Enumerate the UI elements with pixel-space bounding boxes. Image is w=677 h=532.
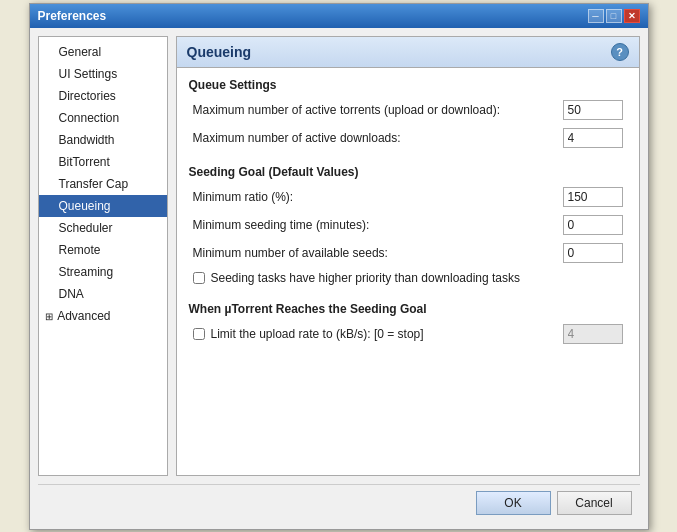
help-button[interactable]: ?: [611, 43, 629, 61]
max-active-downloads-row: Maximum number of active downloads:: [189, 128, 627, 148]
sidebar-item-ui-settings[interactable]: UI Settings: [39, 63, 167, 85]
title-bar: Preferences ─ □ ✕: [30, 4, 648, 28]
content-panel: Queueing ? Queue Settings Maximum number…: [176, 36, 640, 476]
minimize-button[interactable]: ─: [588, 9, 604, 23]
content-body: Queue Settings Maximum number of active …: [177, 68, 639, 362]
max-active-torrents-row: Maximum number of active torrents (uploa…: [189, 100, 627, 120]
window-body: General UI Settings Directories Connecti…: [30, 28, 648, 529]
sidebar-item-bittorrent[interactable]: BitTorrent: [39, 151, 167, 173]
higher-priority-label: Seeding tasks have higher priority than …: [211, 271, 521, 285]
max-active-torrents-input[interactable]: [563, 100, 623, 120]
window-title: Preferences: [38, 9, 107, 23]
seeding-reached-title: When µTorrent Reaches the Seeding Goal: [189, 302, 627, 316]
min-ratio-label: Minimum ratio (%):: [189, 190, 563, 204]
sidebar-item-queueing[interactable]: Queueing: [39, 195, 167, 217]
sidebar-item-dna[interactable]: DNA: [39, 283, 167, 305]
close-button[interactable]: ✕: [624, 9, 640, 23]
sidebar-item-transfer-cap[interactable]: Transfer Cap: [39, 173, 167, 195]
main-area: General UI Settings Directories Connecti…: [38, 36, 640, 476]
sidebar-item-general[interactable]: General: [39, 41, 167, 63]
sidebar-item-remote[interactable]: Remote: [39, 239, 167, 261]
sidebar-item-advanced[interactable]: ⊞ Advanced: [39, 305, 167, 328]
higher-priority-checkbox[interactable]: [193, 272, 205, 284]
max-active-torrents-label: Maximum number of active torrents (uploa…: [189, 103, 563, 117]
content-header: Queueing ?: [177, 37, 639, 68]
sidebar-item-streaming[interactable]: Streaming: [39, 261, 167, 283]
sidebar-item-directories[interactable]: Directories: [39, 85, 167, 107]
limit-upload-input[interactable]: [563, 324, 623, 344]
limit-upload-checkbox[interactable]: [193, 328, 205, 340]
limit-upload-checkbox-row: Limit the upload rate to (kB/s): [0 = st…: [189, 327, 555, 341]
higher-priority-row: Seeding tasks have higher priority than …: [189, 271, 627, 285]
content-title: Queueing: [187, 44, 252, 60]
section-divider-2: [189, 293, 627, 294]
title-bar-controls: ─ □ ✕: [588, 9, 640, 23]
footer: OK Cancel: [38, 484, 640, 521]
max-active-downloads-label: Maximum number of active downloads:: [189, 131, 563, 145]
min-available-seeds-input[interactable]: [563, 243, 623, 263]
min-available-seeds-label: Minimum number of available seeds:: [189, 246, 563, 260]
section-divider-1: [189, 156, 627, 157]
sidebar: General UI Settings Directories Connecti…: [38, 36, 168, 476]
limit-upload-row: Limit the upload rate to (kB/s): [0 = st…: [189, 324, 627, 344]
min-seeding-time-row: Minimum seeding time (minutes):: [189, 215, 627, 235]
min-seeding-time-input[interactable]: [563, 215, 623, 235]
max-active-downloads-input[interactable]: [563, 128, 623, 148]
min-ratio-row: Minimum ratio (%):: [189, 187, 627, 207]
sidebar-item-bandwidth[interactable]: Bandwidth: [39, 129, 167, 151]
ok-button[interactable]: OK: [476, 491, 551, 515]
min-seeding-time-label: Minimum seeding time (minutes):: [189, 218, 563, 232]
min-available-seeds-row: Minimum number of available seeds:: [189, 243, 627, 263]
preferences-window: Preferences ─ □ ✕ General UI Settings Di…: [29, 3, 649, 530]
limit-upload-label: Limit the upload rate to (kB/s): [0 = st…: [211, 327, 424, 341]
queue-settings-title: Queue Settings: [189, 78, 627, 92]
maximize-button[interactable]: □: [606, 9, 622, 23]
min-ratio-input[interactable]: [563, 187, 623, 207]
sidebar-item-scheduler[interactable]: Scheduler: [39, 217, 167, 239]
cancel-button[interactable]: Cancel: [557, 491, 632, 515]
sidebar-item-connection[interactable]: Connection: [39, 107, 167, 129]
seeding-goal-title: Seeding Goal (Default Values): [189, 165, 627, 179]
